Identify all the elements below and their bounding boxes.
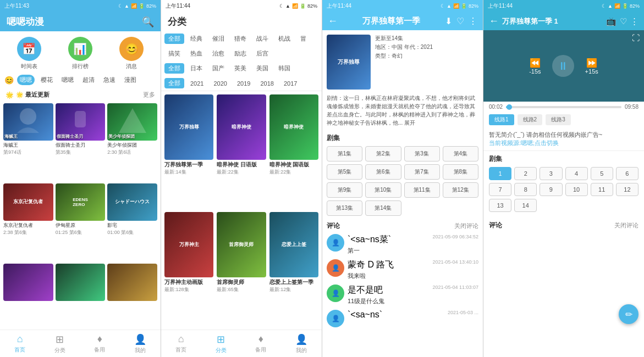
episode-btn-3[interactable]: 3 [540, 167, 562, 180]
episode-btn[interactable]: 第9集 [327, 182, 362, 198]
ad-link[interactable]: 当前视频源:嗯嗯;点击切换 [489, 139, 639, 147]
filter-hot[interactable]: 热血 [186, 48, 206, 59]
filter-korea[interactable]: 韩国 [274, 63, 294, 74]
tag-comic[interactable]: 漫图 [122, 75, 139, 85]
source-btn-3[interactable]: 线路3 [546, 114, 571, 125]
filter-classic[interactable]: 经典 [186, 34, 206, 44]
episode-btn-11[interactable]: 11 [591, 183, 613, 196]
episode-btn[interactable]: 第3集 [404, 146, 440, 161]
episode-btn-4[interactable]: 4 [565, 167, 588, 180]
skip-forward-button[interactable]: ⏩ +15s [585, 58, 598, 75]
source-btn-1[interactable]: 线路1 [489, 114, 514, 125]
episode-btn-9[interactable]: 9 [540, 183, 562, 196]
nav-home[interactable]: ⌂ 首页 [14, 333, 25, 354]
download-icon[interactable]: ⬇ [445, 16, 452, 26]
list-item[interactable] [56, 264, 106, 327]
episode-btn-12[interactable]: 12 [616, 183, 639, 196]
nav-profile[interactable]: 👤 我的 [134, 333, 146, 354]
filter-fight[interactable]: 战斗 [252, 34, 272, 44]
episode-btn-1[interactable]: 1 [489, 167, 511, 180]
tag-hd[interactable]: 超清 [80, 75, 97, 85]
filter-all-genre[interactable]: 全部 [164, 34, 184, 44]
messages-button[interactable]: 😊 消息 [119, 37, 144, 70]
list-item[interactable]: 海贼王 海贼王 第974话 [3, 103, 53, 181]
episode-btn[interactable]: 第11集 [404, 182, 440, 198]
nav-profile-p2[interactable]: 👤 我的 [295, 333, 307, 354]
filter-heal[interactable]: 治愈 [208, 48, 228, 59]
filter-2018[interactable]: 2018 [256, 79, 277, 88]
episode-btn[interactable]: 第4集 [443, 146, 478, 161]
skip-back-button[interactable]: ⏪ -15s [529, 58, 541, 75]
favorite-icon[interactable]: ♡ [456, 16, 464, 26]
back-button[interactable]: ← [328, 15, 338, 27]
list-item[interactable]: 暗界神使 暗界神使 国语版 最新:22集 [269, 94, 318, 209]
list-item[interactable]: 恋爱上上签 恋爱上上签第一季 最新:12集 [269, 212, 318, 326]
episode-btn-5[interactable]: 5 [591, 167, 613, 180]
tv-icon[interactable]: 📺 [606, 16, 617, 26]
tag-enen[interactable]: 嗯嗯 [17, 75, 35, 85]
episode-btn-6[interactable]: 6 [616, 167, 639, 180]
episode-btn[interactable]: 第10集 [365, 182, 401, 198]
episode-btn-14[interactable]: 14 [514, 199, 537, 212]
close-comments-button[interactable]: 关闭评论 [454, 222, 478, 230]
filter-2019[interactable]: 2019 [233, 79, 254, 88]
ranking-button[interactable]: 📊 排行榜 [68, 37, 92, 70]
close-comments-btn-p4[interactable]: 关闭评论 [614, 221, 639, 230]
edit-fab[interactable]: ✏ [619, 304, 639, 324]
list-item[interactable]: シャドーハウス 影宅 01:00 第6集 [107, 183, 157, 261]
filter-all-region[interactable]: 全部 [164, 63, 184, 74]
source-btn-2[interactable]: 线路2 [518, 114, 543, 125]
fullscreen-icon[interactable]: ⛶ [632, 34, 640, 42]
nav-tools-p2[interactable]: ♦ 备用 [255, 333, 266, 354]
filter-harem[interactable]: 后宫 [252, 48, 272, 59]
episode-btn-8[interactable]: 8 [514, 183, 537, 196]
filter-us[interactable]: 美国 [252, 63, 272, 74]
episode-btn[interactable]: 第14集 [365, 200, 401, 216]
list-item[interactable] [3, 264, 53, 327]
filter-domestic[interactable]: 国产 [208, 63, 228, 74]
filter-tear[interactable]: 催泪 [208, 34, 228, 44]
filter-2020[interactable]: 2020 [210, 79, 230, 88]
tag-fast[interactable]: 急速 [101, 75, 118, 85]
list-item[interactable]: 暗界神使 暗界神使 日语版 最新:22集 [217, 94, 266, 209]
filter-all-year[interactable]: 全部 [164, 78, 184, 88]
timetable-button[interactable]: 📅 时间表 [17, 37, 41, 70]
list-item[interactable]: EDENSZERO 伊甸星原 01:25 第6集 [56, 183, 106, 261]
more-button[interactable]: 更多 [143, 91, 155, 99]
nav-category-p2[interactable]: ⊞ 分类 [216, 333, 227, 354]
play-pause-button[interactable]: ⏸ [552, 55, 574, 77]
filter-2017[interactable]: 2017 [280, 79, 301, 88]
progress-bar[interactable] [506, 106, 621, 108]
episode-btn[interactable]: 第7集 [404, 164, 440, 180]
list-item[interactable]: 假面骑士圣刃 假面骑士圣刃 第35集 [56, 103, 106, 181]
episode-btn-13[interactable]: 13 [489, 199, 511, 212]
list-item[interactable]: 首席御灵师 首席御灵师 最新:65集 [217, 212, 266, 326]
episode-btn-2[interactable]: 2 [514, 167, 537, 180]
nav-home-p2[interactable]: ⌂ 首页 [175, 333, 186, 354]
episode-btn[interactable]: 第5集 [327, 164, 362, 180]
list-item[interactable]: 东京卍复仇者 东京卍复仇者 2:38 第6集 [3, 183, 53, 261]
filter-comedy[interactable]: 搞笑 [164, 48, 184, 59]
search-icon[interactable]: 🔍 [142, 16, 154, 28]
filter-2021[interactable]: 2021 [186, 79, 207, 88]
nav-tools[interactable]: ♦ 备用 [94, 333, 105, 354]
more-icon[interactable]: ⋮ [469, 16, 477, 26]
episode-btn[interactable]: 第2集 [365, 146, 401, 161]
episode-btn[interactable]: 第12集 [443, 182, 478, 198]
filter-more1[interactable]: 冒 [296, 34, 310, 44]
filter-engus[interactable]: 英美 [230, 63, 250, 74]
filter-inspire[interactable]: 励志 [230, 48, 250, 59]
list-item[interactable] [107, 264, 157, 327]
list-item[interactable]: 万界神主 万界神主动画版 最新:128集 [164, 212, 213, 326]
episode-btn-7[interactable]: 7 [489, 183, 511, 196]
back-button-p4[interactable]: ← [489, 15, 499, 27]
filter-japan[interactable]: 日本 [186, 63, 206, 74]
episode-btn[interactable]: 第8集 [443, 164, 478, 180]
more-icon-p4[interactable]: ⋮ [630, 16, 639, 26]
favorite-icon-p4[interactable]: ♡ [620, 16, 627, 26]
tag-enen2[interactable]: 嗯嗯 [59, 75, 76, 85]
episode-btn[interactable]: 第6集 [365, 164, 401, 180]
nav-category[interactable]: ⊞ 分类 [54, 333, 65, 354]
filter-hunt[interactable]: 猎奇 [230, 34, 250, 44]
filter-mecha[interactable]: 机战 [274, 34, 294, 44]
